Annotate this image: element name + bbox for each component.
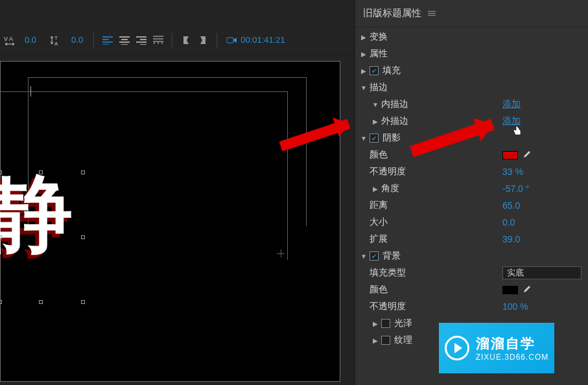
- shadow-checkbox[interactable]: [370, 134, 379, 143]
- kerning-icon[interactable]: VA: [4, 33, 18, 47]
- section-background[interactable]: ▼背景: [355, 248, 588, 264]
- bg-filltype-dropdown[interactable]: 实底: [502, 266, 582, 279]
- eyedropper-icon[interactable]: [522, 150, 531, 159]
- shadow-distance-value[interactable]: 65.0: [502, 200, 520, 211]
- tab-marker-left-icon[interactable]: [179, 33, 193, 47]
- shadow-angle-row: ▶角度-57.0 °: [355, 180, 588, 197]
- bg-color-row: 颜色: [355, 281, 588, 298]
- tab-stops-icon[interactable]: [151, 33, 165, 47]
- chevron-right-icon[interactable]: ▶: [358, 67, 370, 75]
- section-transform[interactable]: ▶变换: [355, 29, 588, 45]
- svg-text:A: A: [54, 41, 58, 46]
- shadow-distance-row: 距离65.0: [355, 197, 588, 214]
- shadow-opacity-row: 不透明度33 %: [355, 163, 588, 180]
- shadow-spread-value[interactable]: 39.0: [502, 234, 520, 244]
- eyedropper-icon[interactable]: [522, 285, 531, 294]
- bg-opacity-value[interactable]: 100 %: [502, 301, 528, 312]
- bg-color-swatch[interactable]: [502, 286, 518, 294]
- section-strokes[interactable]: ▼描边: [355, 79, 588, 96]
- section-properties[interactable]: ▶属性: [355, 45, 588, 62]
- shadow-angle-value[interactable]: -57.0 °: [502, 183, 529, 194]
- center-cross-v: [281, 250, 281, 257]
- shadow-color-row: 颜色: [355, 146, 588, 163]
- chevron-right-icon[interactable]: ▶: [358, 51, 370, 58]
- cursor-hand-icon: [512, 125, 524, 137]
- chevron-down-icon[interactable]: ▼: [358, 253, 370, 260]
- chevron-right-icon[interactable]: ▶: [370, 185, 381, 192]
- shadow-size-row: 大小0.0: [355, 214, 588, 231]
- svg-text:T: T: [54, 35, 58, 41]
- toolbar: VA 0.0 TA 0.0 00:01:41:21: [0, 26, 355, 54]
- leading-icon[interactable]: TA: [51, 33, 65, 47]
- video-icon: [226, 36, 238, 45]
- sheen-checkbox[interactable]: [381, 319, 390, 328]
- inner-stroke-row[interactable]: ▼内描边添加: [355, 96, 588, 113]
- watermark: 溜溜自学 ZIXUE.3D66.COM: [439, 323, 554, 373]
- texture-checkbox[interactable]: [381, 336, 390, 345]
- outer-stroke-row[interactable]: ▶外描边添加: [355, 113, 588, 130]
- bg-filltype-row: 填充类型实底: [355, 264, 588, 281]
- selection-box[interactable]: [0, 172, 83, 302]
- chevron-down-icon[interactable]: ▼: [358, 135, 370, 142]
- align-left-icon[interactable]: [100, 33, 115, 47]
- align-center-icon[interactable]: [117, 33, 132, 47]
- bg-opacity-row: 不透明度100 %: [355, 298, 588, 315]
- chevron-right-icon[interactable]: ▶: [370, 320, 381, 327]
- kerning-value[interactable]: 0.0: [21, 35, 40, 45]
- section-shadow[interactable]: ▼阴影: [355, 130, 588, 146]
- svg-text:V: V: [4, 36, 8, 42]
- background-checkbox[interactable]: [370, 251, 379, 261]
- add-inner-stroke[interactable]: 添加: [502, 99, 521, 110]
- align-right-icon[interactable]: [134, 33, 148, 47]
- shadow-color-swatch[interactable]: [502, 151, 518, 159]
- section-fill[interactable]: ▶填充: [355, 62, 588, 79]
- shadow-size-value[interactable]: 0.0: [502, 217, 515, 228]
- leading-value[interactable]: 0.0: [67, 35, 87, 45]
- timecode-display[interactable]: 00:01:41:21: [224, 35, 288, 45]
- chevron-down-icon[interactable]: ▼: [370, 101, 381, 108]
- chevron-down-icon[interactable]: ▼: [358, 84, 370, 91]
- svg-rect-4: [227, 38, 233, 43]
- canvas-area[interactable]: 静: [0, 54, 355, 385]
- text-cursor: [30, 86, 31, 97]
- chevron-right-icon[interactable]: ▶: [370, 118, 381, 125]
- panel-title-bar: 旧版标题属性: [355, 0, 588, 27]
- shadow-opacity-value[interactable]: 33 %: [502, 167, 523, 177]
- svg-text:A: A: [9, 36, 13, 42]
- tab-marker-right-icon[interactable]: [196, 33, 210, 47]
- panel-menu-icon[interactable]: [428, 11, 436, 16]
- panel-title: 旧版标题属性: [363, 7, 421, 19]
- chevron-right-icon[interactable]: ▶: [370, 337, 381, 344]
- shadow-spread-row: 扩展39.0: [355, 231, 588, 248]
- left-panel: VA 0.0 TA 0.0 00:01:41:21: [0, 0, 355, 385]
- play-icon: [445, 336, 469, 360]
- fill-checkbox[interactable]: [370, 66, 379, 75]
- chevron-right-icon[interactable]: ▶: [358, 34, 370, 41]
